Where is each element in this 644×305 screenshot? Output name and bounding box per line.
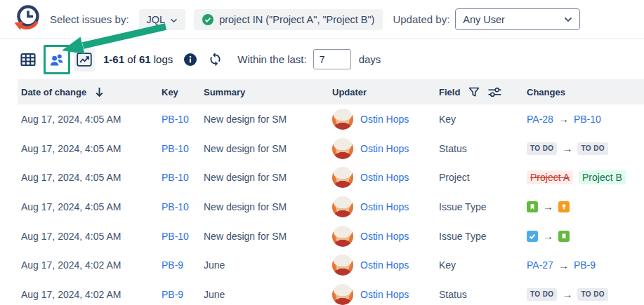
change-arrow-icon: → — [543, 231, 553, 241]
table-row: Aug 17, 2024, 4:05 AMPB-10New design for… — [18, 163, 644, 192]
jql-dropdown[interactable]: JQL — [139, 9, 186, 30]
updated-by-value: Any User — [463, 14, 505, 25]
within-days-input[interactable] — [313, 49, 351, 69]
jql-query-chip[interactable]: project IN ("Project A", "Project B") — [194, 9, 383, 30]
issue-summary: New design for SM — [204, 114, 332, 125]
changes-cell: → — [527, 201, 644, 212]
chevron-down-icon — [170, 14, 178, 25]
avatar — [332, 167, 353, 188]
table-grid-icon — [20, 53, 36, 67]
updater-cell: Ostin Hops — [332, 167, 439, 188]
refresh-icon — [208, 52, 223, 67]
table-row: Aug 17, 2024, 4:02 AMPB-9JuneOstin HopsS… — [18, 280, 644, 305]
change-date: Aug 17, 2024, 4:02 AM — [21, 289, 162, 300]
header-updater: Updater — [332, 87, 439, 97]
table-header: Date of change Key Summary Updater Field… — [18, 79, 644, 104]
issue-summary: New design for SM — [204, 231, 332, 242]
change-date: Aug 17, 2024, 4:05 AM — [21, 114, 162, 125]
changes-cell: PA-27→PB-9 — [527, 259, 644, 271]
issue-summary: New design for SM — [204, 143, 332, 154]
issue-key-link[interactable]: PB-10 — [162, 143, 189, 154]
updater-link[interactable]: Ostin Hops — [360, 231, 409, 242]
header-date[interactable]: Date of change — [21, 87, 162, 97]
select-issues-label: Select issues by: — [50, 13, 129, 25]
change-date: Aug 17, 2024, 4:02 AM — [21, 259, 162, 271]
field-name: Project — [439, 172, 527, 183]
changes-cell: TO DO→TO DO — [527, 288, 644, 301]
days-label: days — [359, 53, 381, 65]
updated-by-select[interactable]: Any User — [455, 8, 580, 30]
issue-summary: New design for SM — [204, 201, 332, 212]
issue-summary: June — [204, 259, 332, 271]
issue-summary: June — [204, 289, 332, 300]
change-to-link[interactable]: PB-10 — [574, 114, 601, 125]
filter-icon[interactable] — [468, 87, 480, 97]
updater-link[interactable]: Ostin Hops — [360, 259, 409, 271]
updater-cell: Ostin Hops — [332, 284, 439, 305]
users-icon — [49, 53, 65, 67]
table-view-button[interactable] — [18, 48, 39, 72]
updater-link[interactable]: Ostin Hops — [360, 201, 409, 212]
field-name: Issue Type — [439, 231, 527, 242]
jql-query-text: project IN ("Project A", "Project B") — [219, 14, 374, 25]
updater-cell: Ostin Hops — [332, 109, 439, 130]
avatar — [332, 284, 353, 305]
jql-dropdown-label: JQL — [147, 14, 166, 25]
avatar — [332, 109, 353, 130]
user-view-button[interactable] — [46, 48, 67, 72]
changes-cell: → — [527, 231, 644, 242]
change-date: Aug 17, 2024, 4:05 AM — [21, 231, 162, 242]
field-name: Status — [439, 289, 527, 300]
trend-chart-icon — [77, 53, 92, 67]
column-settings-icon[interactable] — [488, 87, 501, 97]
status-badge: TO DO — [527, 142, 557, 155]
issue-key-link[interactable]: PB-9 — [162, 259, 183, 271]
updated-by-label: Updated by: — [393, 13, 449, 25]
sort-descending-icon[interactable] — [95, 87, 104, 97]
refresh-button[interactable] — [208, 52, 223, 67]
table-row: Aug 17, 2024, 4:05 AMPB-10New design for… — [18, 134, 644, 163]
field-name: Key — [439, 259, 527, 271]
issue-key-link[interactable]: PB-10 — [162, 231, 189, 242]
within-last-label: Within the last: — [237, 53, 306, 65]
issue-key-link[interactable]: PB-10 — [162, 114, 189, 125]
change-from-link[interactable]: PA-28 — [527, 114, 553, 125]
avatar — [332, 255, 353, 276]
status-badge: TO DO — [577, 288, 607, 301]
changes-cell: Project AProject B — [527, 170, 644, 184]
issue-key-link[interactable]: PB-10 — [162, 172, 189, 183]
change-arrow-icon: → — [562, 289, 572, 299]
updater-cell: Ostin Hops — [332, 138, 439, 159]
logs-count: 1-61 of 61 logs — [103, 53, 173, 65]
toolbar: 1-61 of 61 logs Within the last: days — [0, 39, 644, 79]
table-row: Aug 17, 2024, 4:05 AMPB-10New design for… — [18, 222, 644, 251]
changes-cell: TO DO→TO DO — [527, 142, 644, 155]
updater-link[interactable]: Ostin Hops — [360, 289, 409, 300]
info-button[interactable] — [183, 53, 197, 67]
field-name: Issue Type — [439, 201, 527, 212]
added-value: Project B — [579, 170, 626, 184]
field-name: Key — [439, 114, 527, 125]
table-row: Aug 17, 2024, 4:05 AMPB-10New design for… — [18, 104, 644, 134]
updater-cell: Ostin Hops — [332, 255, 439, 276]
updater-link[interactable]: Ostin Hops — [360, 114, 409, 125]
issuetype-story-icon — [558, 231, 570, 242]
chart-view-button[interactable] — [74, 48, 95, 72]
chevron-down-icon — [564, 17, 572, 22]
status-badge: TO DO — [577, 142, 607, 155]
issuetype-task-icon — [527, 231, 538, 242]
header-field: Field — [439, 87, 527, 97]
avatar — [332, 138, 353, 159]
issue-key-link[interactable]: PB-9 — [162, 289, 183, 300]
avatar — [332, 226, 353, 247]
change-from-link[interactable]: PA-27 — [527, 259, 553, 271]
issue-key-link[interactable]: PB-10 — [162, 201, 189, 212]
change-date: Aug 17, 2024, 4:05 AM — [21, 201, 162, 212]
updater-link[interactable]: Ostin Hops — [360, 172, 409, 183]
updater-cell: Ostin Hops — [332, 226, 439, 247]
change-to-link[interactable]: PB-9 — [574, 259, 596, 271]
updater-link[interactable]: Ostin Hops — [360, 143, 409, 154]
avatar — [332, 196, 353, 217]
topbar: Select issues by: JQL project IN ("Proje… — [0, 0, 644, 39]
table-row: Aug 17, 2024, 4:02 AMPB-9JuneOstin HopsK… — [18, 250, 644, 280]
